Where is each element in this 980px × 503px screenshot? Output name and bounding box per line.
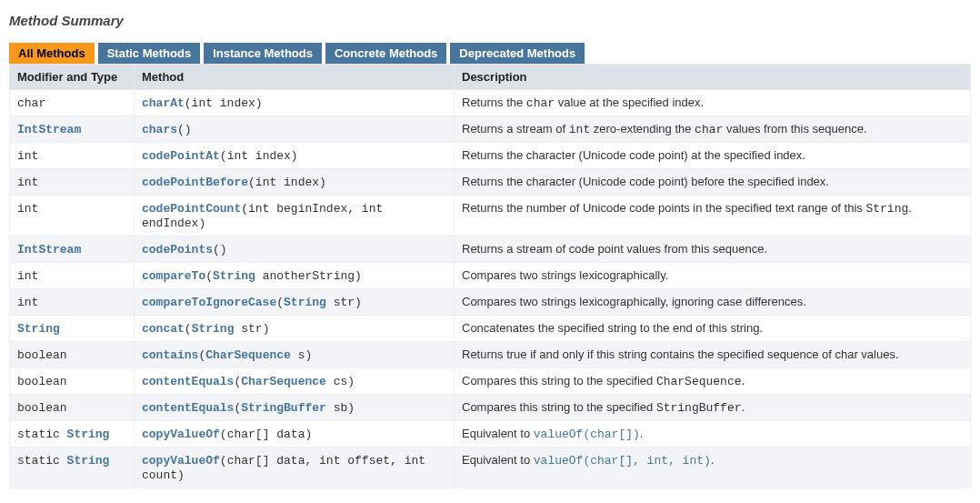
method-signature: ()	[177, 123, 192, 136]
tab-all-methods[interactable]: All Methods	[9, 43, 95, 64]
method-link[interactable]: compareToIgnoreCase	[142, 296, 276, 309]
tab-static-methods[interactable]: Static Methods	[98, 43, 200, 64]
method-link[interactable]: copyValueOf	[142, 428, 220, 441]
description-cell: Returns a stream of code point values fr…	[455, 236, 971, 263]
header-description: Description	[455, 65, 971, 90]
modifier-cell: String	[10, 316, 135, 342]
table-row: intcompareToIgnoreCase(String str)Compar…	[10, 289, 971, 316]
method-cell: chars()	[135, 116, 455, 143]
type-link[interactable]: String	[213, 269, 255, 283]
keyword: boolean	[17, 348, 67, 362]
method-cell: contains(CharSequence s)	[135, 342, 455, 368]
keyword: int	[17, 149, 38, 163]
description-cell: Compares two strings lexicographically.	[455, 263, 971, 289]
keyword: int	[17, 296, 38, 309]
type-link[interactable]: String	[192, 322, 235, 336]
section-title: Method Summary	[9, 13, 971, 28]
type-link[interactable]: String	[67, 428, 110, 441]
modifier-cell: int	[10, 169, 135, 196]
modifier-cell: int	[10, 143, 135, 169]
method-link[interactable]: codePointBefore	[142, 176, 248, 189]
keyword: int	[17, 202, 38, 216]
method-signature: ()	[213, 243, 227, 257]
method-cell: codePointAt(int index)	[135, 143, 455, 169]
method-link[interactable]: contentEquals	[142, 375, 234, 388]
method-signature: (int index)	[220, 149, 298, 163]
table-row: intcodePointAt(int index)Returns the cha…	[10, 143, 971, 169]
modifier-cell: int	[10, 196, 135, 236]
table-row: booleancontentEquals(CharSequence cs)Com…	[10, 368, 971, 395]
modifier-cell: static String	[10, 421, 135, 448]
type-link[interactable]: IntStream	[17, 123, 81, 136]
type-link[interactable]: StringBuffer	[241, 401, 326, 415]
reference-link[interactable]: valueOf(char[])	[534, 428, 640, 441]
method-link[interactable]: codePoints	[142, 243, 213, 257]
method-cell: codePointBefore(int index)	[135, 169, 455, 196]
table-row: intcodePointCount(int beginIndex, int en…	[10, 196, 971, 236]
keyword: boolean	[17, 401, 67, 415]
modifier-cell: IntStream	[10, 236, 135, 263]
type-link[interactable]: String	[67, 454, 110, 468]
description-cell: Returns the character (Unicode code poin…	[455, 169, 971, 196]
method-link[interactable]: compareTo	[142, 269, 205, 283]
method-link[interactable]: codePointCount	[142, 202, 241, 216]
header-method: Method	[135, 65, 455, 90]
table-row: intcompareTo(String anotherString)Compar…	[10, 263, 971, 289]
description-cell: Compares this string to the specified Ch…	[455, 368, 971, 395]
keyword: boolean	[17, 375, 67, 388]
method-cell: compareToIgnoreCase(String str)	[135, 289, 455, 316]
table-row: static StringcopyValueOf(char[] data)Equ…	[10, 421, 971, 448]
table-row: intcodePointBefore(int index)Returns the…	[10, 169, 971, 196]
modifier-cell: int	[10, 289, 135, 316]
table-row: IntStreamchars()Returns a stream of int …	[10, 116, 971, 143]
modifier-cell: int	[10, 263, 135, 289]
description-cell: Compares two strings lexicographically, …	[455, 289, 971, 316]
type-link[interactable]: CharSequence	[241, 375, 326, 388]
description-cell: Compares this string to the specified St…	[455, 395, 971, 421]
type-link[interactable]: String	[284, 296, 326, 309]
description-cell: Returns the character (Unicode code poin…	[455, 143, 971, 169]
description-cell: Equivalent to valueOf(char[], int, int).	[455, 448, 971, 488]
method-link[interactable]: charAt	[142, 96, 185, 110]
keyword: static	[17, 428, 67, 441]
method-cell: codePoints()	[135, 236, 455, 263]
type-link[interactable]: String	[17, 322, 60, 336]
method-link[interactable]: copyValueOf	[142, 454, 220, 468]
keyword: static	[17, 454, 67, 468]
type-link[interactable]: CharSequence	[205, 348, 291, 362]
table-row: booleancontains(CharSequence s)Returns t…	[10, 342, 971, 368]
description-cell: Returns the char value at the specified …	[455, 90, 971, 116]
table-row: Stringconcat(String str)Concatenates the…	[10, 316, 971, 342]
modifier-cell: boolean	[10, 368, 135, 395]
description-cell: Equivalent to valueOf(char[]).	[455, 421, 971, 448]
table-row: static StringcopyValueOf(char[] data, in…	[10, 448, 971, 488]
description-cell: Returns a stream of int zero-extending t…	[455, 116, 971, 143]
modifier-cell: IntStream	[10, 116, 135, 143]
description-cell: Concatenates the specified string to the…	[455, 316, 971, 342]
method-signature: (int index)	[248, 176, 326, 189]
table-row: charcharAt(int index)Returns the char va…	[10, 90, 971, 116]
table-row: booleancontentEquals(StringBuffer sb)Com…	[10, 395, 971, 421]
method-cell: contentEquals(CharSequence cs)	[135, 368, 455, 395]
method-cell: codePointCount(int beginIndex, int endIn…	[135, 196, 455, 236]
method-link[interactable]: codePointAt	[142, 149, 220, 163]
keyword: char	[17, 96, 45, 110]
type-link[interactable]: IntStream	[17, 243, 81, 257]
tab-deprecated-methods[interactable]: Deprecated Methods	[450, 43, 585, 64]
tab-instance-methods[interactable]: Instance Methods	[204, 43, 322, 64]
reference-link[interactable]: valueOf(char[], int, int)	[534, 454, 711, 468]
tab-concrete-methods[interactable]: Concrete Methods	[325, 43, 446, 64]
method-tabs: All MethodsStatic MethodsInstance Method…	[9, 43, 971, 64]
keyword: int	[17, 176, 38, 189]
header-modifier: Modifier and Type	[10, 65, 135, 90]
method-cell: contentEquals(StringBuffer sb)	[135, 395, 455, 421]
method-link[interactable]: concat	[142, 322, 185, 336]
method-link[interactable]: contains	[142, 348, 198, 362]
method-cell: copyValueOf(char[] data, int offset, int…	[135, 448, 455, 488]
method-cell: copyValueOf(char[] data)	[135, 421, 455, 448]
method-cell: charAt(int index)	[135, 90, 455, 116]
modifier-cell: static String	[10, 448, 135, 488]
method-link[interactable]: contentEquals	[142, 401, 234, 415]
method-signature: (int index)	[185, 96, 263, 110]
method-link[interactable]: chars	[142, 123, 177, 136]
